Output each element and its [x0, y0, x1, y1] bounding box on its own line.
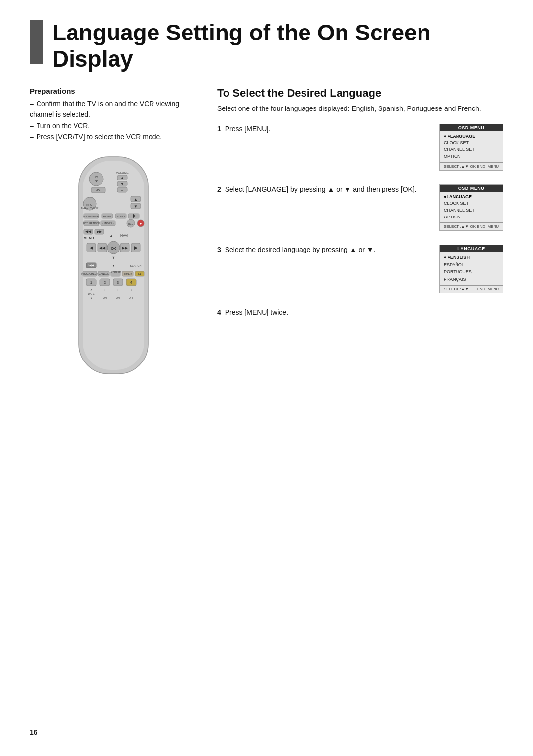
svg-text:PICTURE MODE: PICTURE MODE	[83, 222, 100, 225]
svg-text:■: ■	[113, 264, 114, 267]
svg-text:SEARCH: SEARCH	[130, 264, 142, 267]
osd-item-language-2: ●LANGUAGE	[444, 194, 499, 201]
svg-text:OSD/DISPLAY: OSD/DISPLAY	[83, 215, 100, 218]
osd-item-option-1: OPTION	[444, 153, 499, 160]
lang-item-espanol: ESPAÑOL	[444, 261, 499, 269]
page-title: Language Setting of the On Screen Displa…	[52, 20, 431, 72]
step-4: 4 Press [MENU] twice.	[217, 307, 503, 318]
svg-text:+: +	[117, 288, 118, 291]
svg-text:AUDIO: AUDIO	[117, 215, 125, 218]
step-4-number: 4	[217, 308, 221, 316]
lang-menu-footer: SELECT :▲▼ END :MENU	[440, 285, 503, 293]
osd-menu-2-header: OSD MENU	[440, 185, 503, 192]
osd-menu-1-end: END :MENU	[477, 164, 499, 169]
svg-text:3: 3	[117, 280, 119, 285]
svg-text:—: —	[117, 300, 119, 303]
lang-menu-body: ●ENGLISH ESPAÑOL PORTUGUES FRANÇAIS	[440, 252, 503, 285]
svg-text:—: —	[90, 300, 93, 303]
lang-menu: LANGUAGE ●ENGLISH ESPAÑOL PORTUGUES FRAN…	[439, 245, 503, 293]
lang-menu-select: SELECT :▲▼	[444, 287, 469, 291]
svg-text:INPUT: INPUT	[86, 203, 94, 206]
svg-text:RESET: RESET	[103, 215, 112, 218]
step-3-text: 3 Select the desired language by pressin…	[217, 245, 431, 255]
lang-item-portugues: PORTUGUES	[444, 268, 499, 276]
svg-text:Ι◀◀: Ι◀◀	[88, 264, 94, 267]
step-4-content: Press [MENU] twice.	[225, 308, 288, 316]
svg-text:▲: ▲	[120, 176, 124, 180]
svg-text:TV: TV	[94, 175, 98, 178]
preparations-section: Preparations Confirm that the TV is on a…	[30, 87, 197, 143]
step-2-text: 2 Select [LANGUAGE] by pressing ▲ or ▼ a…	[217, 184, 431, 195]
osd-menu-1-header: OSD MENU	[440, 124, 503, 131]
osd-menu-2-end: END :MENU	[477, 224, 499, 229]
svg-text:–: –	[121, 188, 123, 192]
svg-text:▶: ▶	[134, 245, 138, 250]
svg-text:∨: ∨	[90, 296, 92, 299]
osd-menu-2-footer: SELECT :▲▼ OK END :MENU	[440, 222, 503, 230]
osd-item-clock-2: CLOCK SET	[444, 200, 499, 207]
svg-text:▶▶: ▶▶	[97, 230, 102, 233]
svg-text:AV: AV	[96, 188, 101, 192]
svg-text:ON: ON	[116, 296, 120, 299]
svg-text:2: 2	[104, 280, 106, 285]
remote-container: TV ⏻ VOLUME ▲ ▼ AV – VCR INPUT	[30, 152, 197, 379]
main-content: Preparations Confirm that the TV is on a…	[30, 87, 503, 379]
preparations-list: Confirm that the TV is on and the VCR vi…	[30, 98, 197, 143]
svg-text:⏻: ⏻	[95, 179, 98, 182]
page-number: 16	[30, 728, 38, 736]
step-4-text: 4 Press [MENU] twice.	[217, 307, 503, 318]
section-title: To Select the Desired Language	[217, 87, 503, 100]
list-item: Turn on the VCR.	[30, 120, 197, 131]
osd-item-clock-1: CLOCK SET	[444, 140, 499, 146]
svg-text:∧: ∧	[90, 288, 92, 291]
section-intro: Select one of the four languages display…	[217, 104, 503, 114]
svg-text:1: 1	[90, 280, 93, 285]
svg-text:4: 4	[130, 280, 133, 285]
svg-text:—: —	[130, 300, 133, 303]
svg-text:← INDEX →: ← INDEX →	[101, 222, 115, 225]
svg-text:VOLUME: VOLUME	[116, 171, 128, 174]
svg-text:L1: L1	[138, 272, 141, 275]
svg-text:OFF: OFF	[129, 296, 134, 299]
list-item: Press [VCR/TV] to select the VCR mode.	[30, 131, 197, 142]
osd-item-option-2: OPTION	[444, 214, 499, 221]
step-1-number: 1	[217, 125, 221, 133]
step-3-number: 3	[217, 246, 221, 253]
lang-item-francais: FRANÇAIS	[444, 276, 499, 283]
svg-text:▶▶: ▶▶	[122, 246, 128, 250]
page-header: Language Setting of the On Screen Displa…	[30, 20, 503, 72]
svg-text:◀◀: ◀◀	[99, 246, 106, 250]
osd-item-language-1: ●LANGUAGE	[444, 133, 499, 140]
svg-text:●: ●	[140, 221, 142, 226]
svg-text:◀: ◀	[90, 245, 93, 250]
osd-item-channel-2: CHANNEL SET	[444, 207, 499, 214]
step-2-content: Select [LANGUAGE] by pressing ▲ or ▼ and…	[225, 185, 417, 193]
osd-menu-1-select: SELECT :▲▼ OK	[444, 164, 476, 169]
svg-text:+: +	[130, 288, 132, 291]
svg-text:▼: ▼	[112, 255, 116, 260]
osd-item-channel-1: CHANNEL SET	[444, 146, 499, 153]
svg-text:REC: REC	[128, 222, 134, 225]
step-1-text: 1 Press [MENU].	[217, 124, 431, 135]
svg-text:—: —	[104, 300, 106, 303]
lang-menu-header: LANGUAGE	[440, 245, 503, 252]
svg-text:CANCEL: CANCEL	[99, 272, 109, 275]
osd-menu-1: OSD MENU ●LANGUAGE CLOCK SET CHANNEL SET…	[439, 124, 503, 171]
svg-text:ON: ON	[103, 296, 107, 299]
title-accent-bar	[30, 20, 43, 64]
step-1: 1 Press [MENU]. OSD MENU ●LANGUAGE CLOCK…	[217, 124, 503, 171]
svg-text:▲: ▲	[134, 197, 138, 202]
step-1-content: Press [MENU].	[225, 125, 271, 133]
step-3-content: Select the desired language by pressing …	[225, 246, 376, 253]
osd-menu-2-body: ●LANGUAGE CLOCK SET CHANNEL SET OPTION	[440, 192, 503, 223]
osd-menu-2: OSD MENU ●LANGUAGE CLOCK SET CHANNEL SET…	[439, 184, 503, 231]
left-column: Preparations Confirm that the TV is on a…	[30, 87, 197, 379]
list-item: Confirm that the TV is on and the VCR vi…	[30, 98, 197, 120]
step-2: 2 Select [LANGUAGE] by pressing ▲ or ▼ a…	[217, 184, 503, 231]
right-column: To Select the Desired Language Select on…	[217, 87, 503, 379]
svg-text:OK: OK	[111, 246, 116, 251]
svg-text:▼: ▼	[132, 216, 136, 219]
osd-menu-1-footer: SELECT :▲▼ OK END :MENU	[440, 162, 503, 170]
svg-text:▼: ▼	[120, 182, 124, 186]
osd-menu-1-body: ●LANGUAGE CLOCK SET CHANNEL SET OPTION	[440, 131, 503, 162]
